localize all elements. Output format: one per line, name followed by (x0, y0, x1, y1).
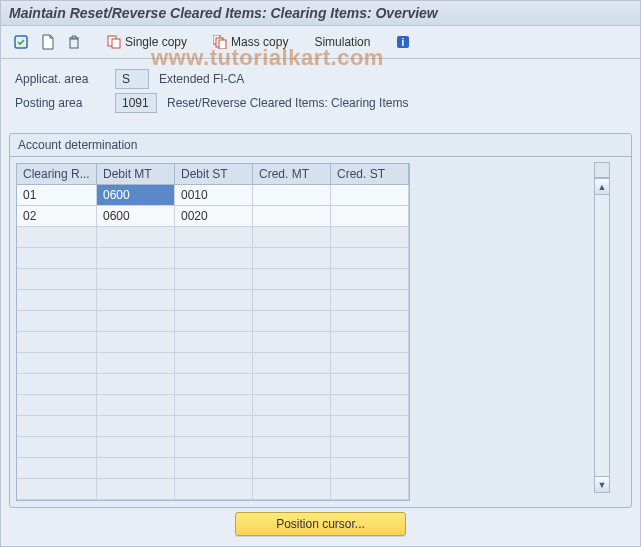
table-cell[interactable] (17, 290, 97, 311)
table-row[interactable] (17, 374, 409, 395)
delete-icon[interactable] (63, 32, 85, 52)
table-cell[interactable] (331, 185, 409, 206)
table-row[interactable] (17, 248, 409, 269)
table-cell[interactable] (17, 479, 97, 500)
table-cell[interactable] (17, 374, 97, 395)
vertical-scrollbar[interactable]: ▲ ▼ (594, 178, 610, 493)
table-cell[interactable]: 0010 (175, 185, 253, 206)
table-cell[interactable] (97, 479, 175, 500)
table-cell[interactable] (331, 416, 409, 437)
table-cell[interactable] (331, 227, 409, 248)
table-cell[interactable] (253, 479, 331, 500)
table-cell[interactable] (175, 311, 253, 332)
table-cell[interactable] (17, 332, 97, 353)
table-cell[interactable] (253, 416, 331, 437)
table-cell[interactable] (97, 290, 175, 311)
table-cell[interactable] (175, 248, 253, 269)
table-cell[interactable] (253, 185, 331, 206)
table-cell[interactable] (97, 437, 175, 458)
table-cell[interactable] (331, 479, 409, 500)
table-cell[interactable] (331, 290, 409, 311)
table-cell[interactable] (253, 248, 331, 269)
table-cell[interactable]: 0020 (175, 206, 253, 227)
single-copy-button[interactable]: Single copy (103, 33, 191, 51)
table-row[interactable] (17, 395, 409, 416)
table-cell[interactable] (175, 437, 253, 458)
scroll-down-icon[interactable]: ▼ (595, 476, 609, 492)
table-row[interactable] (17, 227, 409, 248)
table-cell[interactable] (175, 290, 253, 311)
table-row[interactable] (17, 458, 409, 479)
posting-area-field[interactable]: 1091 (115, 93, 157, 113)
table-cell[interactable] (253, 290, 331, 311)
table-cell[interactable] (17, 227, 97, 248)
table-cell[interactable] (253, 374, 331, 395)
table-cell[interactable] (253, 353, 331, 374)
table-row[interactable] (17, 479, 409, 500)
table-cell[interactable] (175, 395, 253, 416)
table-cell[interactable] (331, 269, 409, 290)
table-cell[interactable] (331, 437, 409, 458)
table-cell[interactable] (97, 416, 175, 437)
scroll-up-icon[interactable]: ▲ (595, 179, 609, 195)
table-row[interactable] (17, 269, 409, 290)
table[interactable]: Clearing R... Debit MT Debit ST Cred. MT… (16, 163, 410, 501)
table-row[interactable] (17, 290, 409, 311)
table-cell[interactable] (175, 353, 253, 374)
table-cell[interactable] (331, 332, 409, 353)
table-cell[interactable] (17, 353, 97, 374)
table-row[interactable] (17, 311, 409, 332)
table-row[interactable] (17, 416, 409, 437)
col-debit-st[interactable]: Debit ST (175, 164, 253, 185)
position-cursor-button[interactable]: Position cursor... (235, 512, 406, 536)
col-cred-mt[interactable]: Cred. MT (253, 164, 331, 185)
table-cell[interactable] (253, 206, 331, 227)
table-cell[interactable] (253, 227, 331, 248)
table-cell[interactable]: 0600 (97, 206, 175, 227)
table-cell[interactable] (331, 374, 409, 395)
col-clearing[interactable]: Clearing R... (17, 164, 97, 185)
table-cell[interactable] (253, 395, 331, 416)
applicat-area-field[interactable]: S (115, 69, 149, 89)
choose-icon[interactable] (9, 32, 33, 52)
table-cell[interactable] (175, 227, 253, 248)
table-cell[interactable] (17, 458, 97, 479)
table-cell[interactable] (97, 458, 175, 479)
table-cell[interactable] (17, 395, 97, 416)
table-row[interactable]: 0106000010 (17, 185, 409, 206)
table-cell[interactable] (97, 395, 175, 416)
table-cell[interactable] (331, 458, 409, 479)
table-cell[interactable] (17, 437, 97, 458)
mass-copy-button[interactable]: Mass copy (209, 33, 292, 51)
col-cred-st[interactable]: Cred. ST (331, 164, 409, 185)
table-cell[interactable] (331, 395, 409, 416)
table-cell[interactable] (175, 269, 253, 290)
info-icon[interactable]: i (392, 33, 414, 51)
table-row[interactable] (17, 437, 409, 458)
table-cell[interactable] (253, 269, 331, 290)
table-cell[interactable] (97, 311, 175, 332)
table-cell[interactable]: 01 (17, 185, 97, 206)
table-cell[interactable] (97, 374, 175, 395)
table-cell[interactable] (253, 311, 331, 332)
simulation-button[interactable]: Simulation (310, 33, 374, 51)
table-cell[interactable] (253, 332, 331, 353)
table-cell[interactable] (175, 458, 253, 479)
table-cell[interactable] (331, 311, 409, 332)
table-cell[interactable] (17, 311, 97, 332)
table-cell[interactable]: 02 (17, 206, 97, 227)
col-debit-mt[interactable]: Debit MT (97, 164, 175, 185)
scroll-track[interactable] (595, 195, 609, 476)
table-cell[interactable] (97, 227, 175, 248)
table-row[interactable] (17, 353, 409, 374)
table-cell[interactable] (331, 353, 409, 374)
table-cell[interactable] (17, 248, 97, 269)
new-icon[interactable] (37, 32, 59, 52)
table-cell[interactable] (253, 458, 331, 479)
table-row[interactable] (17, 332, 409, 353)
table-cell[interactable] (97, 248, 175, 269)
table-cell[interactable] (175, 332, 253, 353)
table-cell[interactable] (17, 269, 97, 290)
table-cell[interactable] (331, 248, 409, 269)
table-cell[interactable] (253, 437, 331, 458)
